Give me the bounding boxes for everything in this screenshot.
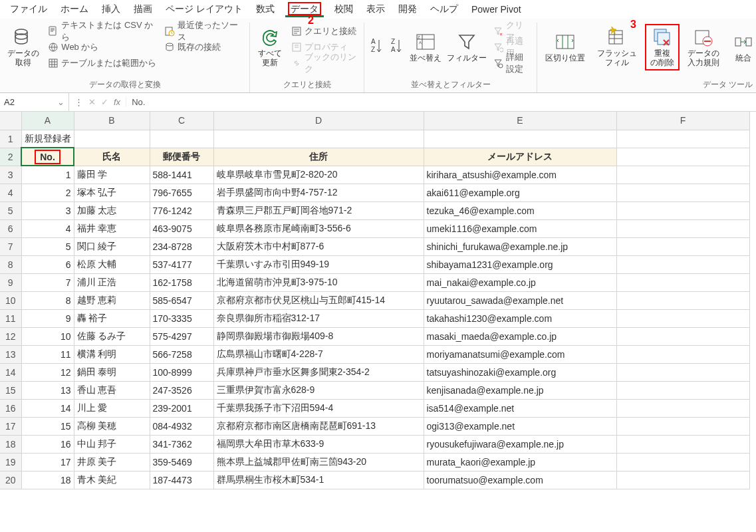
cell[interactable]: 高柳 美穂 xyxy=(74,417,150,435)
row-header[interactable]: 20 xyxy=(0,471,21,489)
cell[interactable] xyxy=(616,399,749,417)
cell[interactable]: 郵便番号 xyxy=(150,148,213,166)
cell[interactable]: 18 xyxy=(21,471,74,489)
cell[interactable] xyxy=(616,435,749,453)
col-header-B[interactable]: B xyxy=(74,112,150,130)
cell[interactable]: isa514@example.net xyxy=(424,399,616,417)
cell[interactable] xyxy=(616,471,749,489)
cell[interactable]: 岩手県盛岡市向中野4-757-12 xyxy=(213,184,424,201)
cell[interactable]: 15 xyxy=(21,417,74,435)
cell[interactable]: 京都府京都市南区唐橋南琵琶町691-13 xyxy=(213,417,424,435)
cell[interactable]: shinichi_furukawa@example.ne.jp xyxy=(424,237,616,255)
cell[interactable]: 239-2001 xyxy=(150,399,213,417)
menu-item-ページ レイアウト[interactable]: ページ レイアウト xyxy=(159,2,249,17)
row-header[interactable]: 9 xyxy=(0,273,21,291)
cell[interactable]: shibayama1231@example.org xyxy=(424,255,616,273)
cell[interactable]: 187-4473 xyxy=(150,471,213,489)
cell[interactable]: ryuutarou_sawada@example.net xyxy=(424,291,616,309)
recent-sources-button[interactable]: 最近使ったソース xyxy=(163,24,245,39)
cell[interactable]: 9 xyxy=(21,309,74,327)
remove-duplicates-button[interactable]: 重複 の削除 xyxy=(645,24,680,70)
cell[interactable]: 京都府京都市伏見区桃山与五郎町415-14 xyxy=(213,291,424,309)
formula-input[interactable]: No. xyxy=(126,97,756,107)
cell[interactable]: kenjisanada@example.ne.jp xyxy=(424,381,616,399)
cell[interactable]: 塚本 弘子 xyxy=(74,184,150,201)
from-table-range-button[interactable]: テーブルまたは範囲から xyxy=(47,56,159,70)
cell[interactable]: 中山 邦子 xyxy=(74,435,150,453)
menu-item-校閲[interactable]: 校閲 xyxy=(328,2,360,17)
row-header[interactable]: 8 xyxy=(0,255,21,273)
cell[interactable]: 10 xyxy=(21,327,74,345)
cell[interactable]: 2 xyxy=(21,184,74,201)
spreadsheet-grid[interactable]: A B C D E F 1新規登録者2No.1氏名郵便番号住所メールアドレス31… xyxy=(0,112,756,532)
menu-item-ヘルプ[interactable]: ヘルプ xyxy=(424,2,465,17)
from-text-csv-button[interactable]: テキストまたは CSV から xyxy=(47,24,159,39)
cell[interactable]: 岐阜県岐阜市雪見町2-820-20 xyxy=(213,166,424,184)
cell[interactable] xyxy=(616,148,749,166)
cell[interactable]: ogi313@example.net xyxy=(424,417,616,435)
cell[interactable]: 8 xyxy=(21,291,74,309)
cell[interactable]: 1 xyxy=(21,166,74,184)
cell[interactable]: 4 xyxy=(21,219,74,237)
cell[interactable]: mai_nakai@example.co.jp xyxy=(424,273,616,291)
cell[interactable]: 575-4297 xyxy=(150,327,213,345)
cell[interactable]: 轟 裕子 xyxy=(74,309,150,327)
cell[interactable] xyxy=(616,363,749,381)
cell[interactable] xyxy=(74,130,150,148)
col-header-E[interactable]: E xyxy=(424,112,616,130)
cell[interactable]: 佐藤 るみ子 xyxy=(74,327,150,345)
cell[interactable]: 588-1441 xyxy=(150,166,213,184)
cell[interactable] xyxy=(616,201,749,219)
cell[interactable]: 浦川 正浩 xyxy=(74,273,150,291)
row-header[interactable]: 17 xyxy=(0,417,21,435)
sort-desc-button[interactable]: ZA xyxy=(388,35,404,60)
name-box[interactable]: A2⌄ xyxy=(0,93,69,111)
cell[interactable]: ryousukefujiwara@example.ne.jp xyxy=(424,435,616,453)
cell[interactable]: 3 xyxy=(21,201,74,219)
cell[interactable]: 青森県三戸郡五戸町岡谷地971-2 xyxy=(213,201,424,219)
cell[interactable] xyxy=(424,130,616,148)
cell[interactable]: 福井 幸恵 xyxy=(74,219,150,237)
cell[interactable] xyxy=(616,130,749,148)
menu-item-Power Pivot[interactable]: Power Pivot xyxy=(465,3,528,16)
cell[interactable]: 359-5469 xyxy=(150,453,213,471)
cell[interactable] xyxy=(616,237,749,255)
cell[interactable]: 776-1242 xyxy=(150,201,213,219)
cell[interactable]: 14 xyxy=(21,399,74,417)
cell[interactable]: 静岡県御殿場市御殿場409-8 xyxy=(213,327,424,345)
cell[interactable]: メールアドレス xyxy=(424,148,616,166)
vdots-icon[interactable]: ⋮ xyxy=(74,97,83,107)
row-header[interactable]: 13 xyxy=(0,345,21,363)
cell[interactable] xyxy=(616,273,749,291)
confirm-icon[interactable]: ✓ xyxy=(101,97,108,107)
cell[interactable]: 千葉県我孫子市下沼田594-4 xyxy=(213,399,424,417)
cell[interactable]: masaki_maeda@example.co.jp xyxy=(424,327,616,345)
row-header[interactable]: 5 xyxy=(0,201,21,219)
cell[interactable]: 7 xyxy=(21,273,74,291)
row-header[interactable]: 6 xyxy=(0,219,21,237)
cell[interactable]: 新規登録者 xyxy=(21,130,74,148)
cell[interactable]: akai611@example.org xyxy=(424,184,616,201)
existing-connections-button[interactable]: 既存の接続 xyxy=(163,40,245,55)
consolidate-button[interactable]: 統合 xyxy=(727,30,756,65)
cell[interactable] xyxy=(213,130,424,148)
cell[interactable]: 537-4177 xyxy=(150,255,213,273)
col-header-F[interactable]: F xyxy=(616,112,749,130)
cell[interactable]: 大阪府茨木市中村町877-6 xyxy=(213,237,424,255)
cell[interactable]: takahashi1230@example.com xyxy=(424,309,616,327)
col-header-D[interactable]: D xyxy=(213,112,424,130)
filter-button[interactable]: フィルター xyxy=(446,30,487,65)
from-web-button[interactable]: Web から xyxy=(47,40,159,55)
cell[interactable]: murata_kaori@example.jp xyxy=(424,453,616,471)
cell[interactable]: umeki1116@example.com xyxy=(424,219,616,237)
row-header[interactable]: 10 xyxy=(0,291,21,309)
chevron-down-icon[interactable]: ⌄ xyxy=(57,97,64,107)
row-header[interactable]: 14 xyxy=(0,363,21,381)
cell[interactable]: 234-8728 xyxy=(150,237,213,255)
cell[interactable]: 千葉県いすみ市引田949-19 xyxy=(213,255,424,273)
cell[interactable]: 6 xyxy=(21,255,74,273)
row-header[interactable]: 19 xyxy=(0,453,21,471)
cell[interactable]: 5 xyxy=(21,237,74,255)
row-header[interactable]: 12 xyxy=(0,327,21,345)
cell[interactable]: 兵庫県神戸市垂水区舞多聞東2-354-2 xyxy=(213,363,424,381)
